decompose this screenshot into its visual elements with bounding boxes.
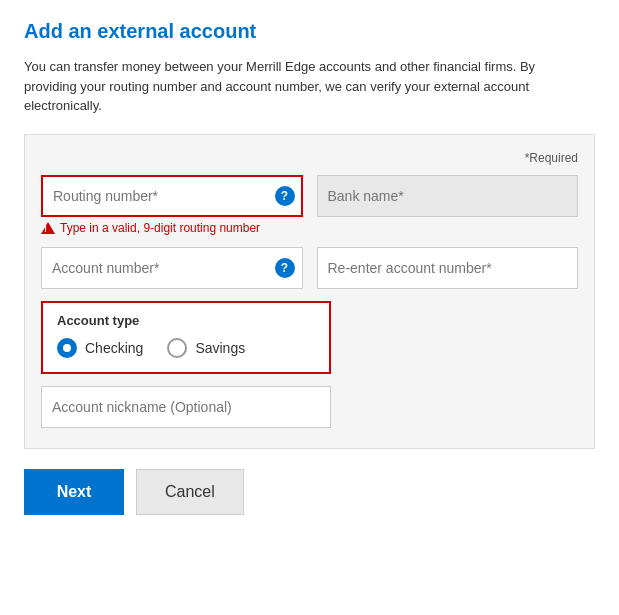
nickname-input[interactable] <box>41 386 331 428</box>
account-number-input[interactable] <box>41 247 303 289</box>
account-number-help-icon[interactable]: ? <box>275 258 295 278</box>
checking-radio-button[interactable] <box>57 338 77 358</box>
savings-radio-option[interactable]: Savings <box>167 338 245 358</box>
account-number-input-wrapper: ? <box>41 247 303 289</box>
page-title: Add an external account <box>24 20 595 43</box>
reenter-account-input[interactable] <box>317 247 579 289</box>
next-button[interactable]: Next <box>24 469 124 515</box>
bank-name-input <box>317 175 579 217</box>
reenter-account-field <box>317 247 579 289</box>
checking-radio-option[interactable]: Checking <box>57 338 143 358</box>
routing-number-field: ? Type in a valid, 9-digit routing numbe… <box>41 175 303 235</box>
checking-label: Checking <box>85 340 143 356</box>
reenter-account-input-wrapper <box>317 247 579 289</box>
error-triangle-icon <box>41 222 55 234</box>
account-type-box: Account type Checking Savings <box>41 301 331 374</box>
account-type-label: Account type <box>57 313 315 328</box>
routing-number-help-icon[interactable]: ? <box>275 186 295 206</box>
routing-number-input-wrapper: ? <box>41 175 303 217</box>
savings-radio-button[interactable] <box>167 338 187 358</box>
form-row-2: ? <box>41 247 578 289</box>
form-container: *Required ? Type in a valid, 9-digit rou… <box>24 134 595 449</box>
savings-label: Savings <box>195 340 245 356</box>
error-message-text: Type in a valid, 9-digit routing number <box>60 221 260 235</box>
routing-number-error: Type in a valid, 9-digit routing number <box>41 221 303 235</box>
account-type-radio-group: Checking Savings <box>57 338 315 358</box>
form-row-1: ? Type in a valid, 9-digit routing numbe… <box>41 175 578 235</box>
description-text: You can transfer money between your Merr… <box>24 57 584 116</box>
bank-name-field <box>317 175 579 235</box>
button-row: Next Cancel <box>24 469 595 515</box>
required-note: *Required <box>41 151 578 165</box>
account-number-field: ? <box>41 247 303 289</box>
bank-name-input-wrapper <box>317 175 579 217</box>
routing-number-input[interactable] <box>41 175 303 217</box>
cancel-button[interactable]: Cancel <box>136 469 244 515</box>
nickname-field <box>41 386 331 428</box>
